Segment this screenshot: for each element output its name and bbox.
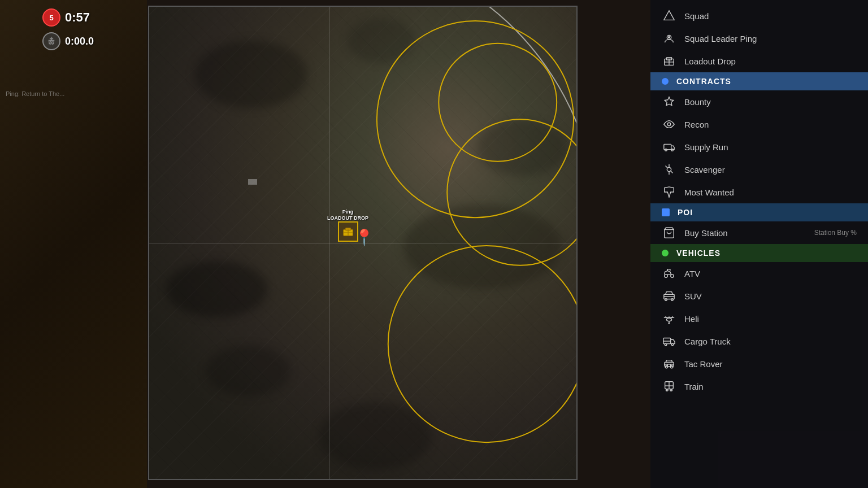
- loadout-drop-label: Loadout Drop: [684, 56, 736, 66]
- most-wanted-label: Most Wanted: [684, 188, 734, 197]
- buy-station-icon: [662, 225, 676, 240]
- poi-header: POI: [650, 203, 868, 221]
- building-marker: [248, 179, 257, 185]
- sidebar-item-squad[interactable]: Squad: [650, 5, 868, 27]
- svg-point-0: [51, 41, 53, 42]
- train-icon: [662, 379, 676, 394]
- poi-dot: [662, 208, 670, 216]
- vehicles-label: VEHICLES: [676, 249, 721, 258]
- svg-point-18: [665, 149, 667, 151]
- poi-label: POI: [678, 208, 693, 217]
- vehicles-header: VEHICLES: [650, 244, 868, 262]
- score-display: 0:00.0: [65, 36, 94, 47]
- svg-point-25: [665, 299, 667, 301]
- hud-container: 5 0:57 0:00.0: [42, 8, 94, 50]
- sidebar: Squad Squad Leader Ping Loadout Drop CON…: [650, 0, 868, 488]
- heli-icon: [662, 311, 676, 326]
- recon-icon: [662, 117, 676, 132]
- bounty-label: Bounty: [684, 97, 711, 107]
- hint-text: Ping: Return to The...: [6, 90, 64, 97]
- svg-point-36: [665, 343, 667, 346]
- supply-run-icon: [662, 140, 676, 154]
- atv-icon: [662, 266, 676, 281]
- contracts-dot: [662, 78, 669, 85]
- sidebar-item-recon[interactable]: Recon: [650, 113, 868, 136]
- timer-badge: 5 0:57: [42, 8, 94, 27]
- supply-run-label: Supply Run: [684, 142, 728, 152]
- sidebar-item-tac-rover[interactable]: Tac Rover: [650, 352, 868, 375]
- contracts-header: CONTRACTS: [650, 72, 868, 90]
- sidebar-item-most-wanted[interactable]: Most Wanted: [650, 181, 868, 203]
- sidebar-item-suv[interactable]: SUV: [650, 285, 868, 307]
- bounty-icon: [662, 94, 676, 109]
- sidebar-item-cargo-truck[interactable]: Cargo Truck: [650, 330, 868, 352]
- timer-display: 0:57: [65, 10, 90, 25]
- svg-point-19: [671, 149, 674, 151]
- squad-label: Squad: [684, 11, 709, 21]
- buy-station-label: Buy Station: [684, 228, 728, 238]
- map-grid-vertical: [329, 7, 329, 479]
- map-background: Ping LOADOUT DROP 📍: [149, 7, 576, 479]
- train-label: Train: [684, 382, 704, 391]
- scavenger-icon: [662, 162, 676, 177]
- sidebar-item-supply-run[interactable]: Supply Run: [650, 136, 868, 158]
- tac-rover-icon: [662, 356, 676, 371]
- cargo-truck-label: Cargo Truck: [684, 337, 731, 346]
- sidebar-item-buy-station[interactable]: Buy Station Station Buy %: [650, 221, 868, 244]
- tac-rover-label: Tac Rover: [684, 359, 723, 369]
- svg-point-20: [667, 167, 671, 171]
- station-buy-percent: Station Buy %: [814, 229, 857, 237]
- svg-point-11: [669, 37, 670, 38]
- squad-leader-ping-label: Squad Leader Ping: [684, 34, 757, 43]
- loadout-drop-icon: [662, 54, 676, 68]
- left-background: [0, 0, 147, 488]
- sidebar-item-loadout-drop[interactable]: Loadout Drop: [650, 50, 868, 72]
- atv-label: ATV: [684, 269, 700, 278]
- suv-icon: [662, 289, 676, 303]
- heli-label: Heli: [684, 314, 699, 324]
- sidebar-item-bounty[interactable]: Bounty: [650, 90, 868, 113]
- cargo-truck-icon: [662, 334, 676, 348]
- score-badge: 0:00.0: [42, 32, 94, 50]
- sidebar-item-scavenger[interactable]: Scavenger: [650, 158, 868, 181]
- svg-point-16: [667, 123, 671, 126]
- score-icon: [42, 32, 60, 50]
- ping-label-line1: Ping: [342, 209, 354, 215]
- timer-number: 5: [42, 8, 60, 27]
- location-pin: 📍: [354, 228, 374, 247]
- scavenger-label: Scavenger: [684, 165, 725, 175]
- svg-point-26: [671, 299, 674, 301]
- svg-point-23: [671, 274, 674, 278]
- suv-label: SUV: [684, 291, 702, 301]
- vehicles-dot: [662, 250, 669, 256]
- recon-label: Recon: [684, 120, 709, 129]
- sidebar-item-squad-leader-ping[interactable]: Squad Leader Ping: [650, 27, 868, 50]
- svg-rect-17: [664, 144, 671, 149]
- map-container[interactable]: Ping LOADOUT DROP 📍: [148, 6, 578, 480]
- contracts-label: CONTRACTS: [676, 77, 731, 86]
- squad-icon: [662, 8, 676, 23]
- most-wanted-icon: [662, 185, 676, 199]
- sidebar-item-atv[interactable]: ATV: [650, 262, 868, 285]
- svg-point-22: [665, 274, 668, 278]
- squad-leader-ping-icon: [662, 31, 676, 46]
- svg-point-37: [671, 343, 674, 346]
- sidebar-item-train[interactable]: Train: [650, 375, 868, 398]
- svg-point-28: [666, 318, 671, 321]
- svg-marker-9: [664, 11, 674, 20]
- sidebar-item-heli[interactable]: Heli: [650, 307, 868, 330]
- ping-label-line2: LOADOUT DROP: [327, 215, 368, 221]
